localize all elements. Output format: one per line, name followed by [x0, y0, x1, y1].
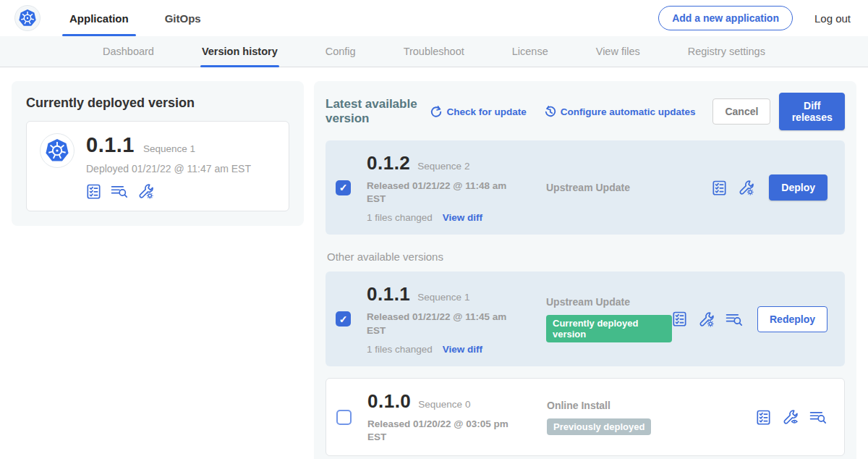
view-diff-link[interactable]: View diff	[443, 344, 482, 355]
currently-deployed-panel: Currently deployed version 0.1.1 Sequenc…	[12, 81, 304, 226]
config-view-icon[interactable]	[782, 409, 799, 425]
kubernetes-helm-icon	[17, 7, 38, 29]
version-checkbox[interactable]	[336, 410, 352, 425]
deploy-button[interactable]: Deploy	[769, 174, 827, 201]
version-source-label: Upstream Update	[546, 182, 712, 193]
latest-panel-title: Latest available version	[326, 97, 420, 126]
released-timestamp: Released 01/21/22 @ 11:45 am EST	[367, 311, 515, 337]
tab-gitops[interactable]: GitOps	[162, 0, 204, 36]
deployed-timestamp: Deployed 01/21/22 @ 11:47 am EST	[86, 163, 251, 174]
config-gear-icon[interactable]	[698, 311, 715, 327]
app-icon	[40, 133, 75, 168]
version-source-label: Online Install	[547, 400, 756, 411]
files-changed-label: 1 files changed	[367, 212, 433, 223]
version-source-label: Upstream Update	[546, 296, 672, 308]
subnav-tab-troubleshoot[interactable]: Troubleshoot	[402, 36, 466, 67]
clock-refresh-icon	[544, 106, 556, 118]
kubernetes-helm-icon	[43, 136, 72, 165]
redeploy-button[interactable]: Redeploy	[757, 306, 827, 332]
config-gear-icon[interactable]	[738, 180, 754, 195]
deployed-version-card: 0.1.1 Sequence 1 Deployed 01/21/22 @ 11:…	[26, 121, 289, 211]
subnav-tab-view-files[interactable]: View files	[595, 36, 642, 67]
sequence-label: Sequence 1	[417, 292, 469, 303]
refresh-icon	[430, 106, 442, 118]
version-checkbox[interactable]: ✓	[336, 311, 351, 327]
deployed-version-number: 0.1.1	[86, 133, 135, 157]
version-number: 0.1.0	[367, 390, 411, 413]
released-timestamp: Released 01/20/22 @ 03:05 pm EST	[367, 418, 516, 444]
deploy-logs-icon[interactable]	[809, 410, 827, 424]
latest-version-panel: Latest available version Check for updat…	[314, 81, 856, 459]
deployed-sequence-label: Sequence 1	[143, 143, 195, 154]
preflight-checklist-icon[interactable]	[712, 180, 727, 195]
subnav-tab-dashboard[interactable]: Dashboard	[101, 36, 156, 67]
preflight-checklist-icon[interactable]	[672, 311, 687, 327]
sequence-label: Sequence 2	[417, 161, 469, 172]
app-subnav: Dashboard Version history Config Trouble…	[0, 36, 868, 67]
subnav-tab-config[interactable]: Config	[324, 36, 357, 67]
check-for-update-link[interactable]: Check for update	[430, 106, 526, 118]
deploy-logs-icon[interactable]	[726, 312, 743, 327]
add-new-application-button[interactable]: Add a new application	[658, 6, 793, 30]
version-checkbox[interactable]: ✓	[336, 180, 351, 195]
cancel-button[interactable]: Cancel	[712, 98, 770, 125]
version-number: 0.1.2	[367, 152, 410, 174]
configure-automatic-updates-link[interactable]: Configure automatic updates	[544, 106, 696, 118]
other-versions-label: Other available versions	[327, 250, 845, 263]
released-timestamp: Released 01/21/22 @ 11:48 am EST	[367, 180, 515, 206]
top-nav: Application GitOps Add a new application…	[0, 0, 868, 36]
preflight-checklist-icon[interactable]	[86, 184, 101, 199]
subnav-tab-registry-settings[interactable]: Registry settings	[686, 36, 767, 67]
subnav-tab-version-history[interactable]: Version history	[200, 36, 279, 67]
version-row-0-1-1: ✓ 0.1.1 Sequence 1 Released 01/21/22 @ 1…	[326, 271, 845, 366]
files-changed-label: 1 files changed	[367, 344, 433, 355]
version-row-0-1-0: 0.1.0 Sequence 0 Released 01/20/22 @ 03:…	[326, 378, 845, 456]
sequence-label: Sequence 0	[418, 399, 470, 410]
previously-deployed-badge: Previously deployed	[547, 418, 651, 435]
version-number: 0.1.1	[367, 283, 410, 306]
diff-releases-button[interactable]: Diff releases	[779, 93, 845, 130]
currently-deployed-badge: Currently deployed version	[546, 315, 672, 342]
app-logo	[14, 5, 41, 31]
config-gear-icon[interactable]	[137, 183, 154, 199]
deployed-panel-title: Currently deployed version	[26, 96, 289, 111]
version-row-0-1-2: ✓ 0.1.2 Sequence 2 Released 01/21/22 @ 1…	[326, 140, 845, 235]
tab-application[interactable]: Application	[67, 0, 132, 36]
view-diff-link[interactable]: View diff	[443, 212, 482, 223]
logout-button[interactable]: Log out	[812, 12, 851, 25]
deploy-logs-icon[interactable]	[111, 184, 128, 198]
preflight-checklist-icon[interactable]	[756, 410, 771, 425]
subnav-tab-license[interactable]: License	[511, 36, 550, 67]
